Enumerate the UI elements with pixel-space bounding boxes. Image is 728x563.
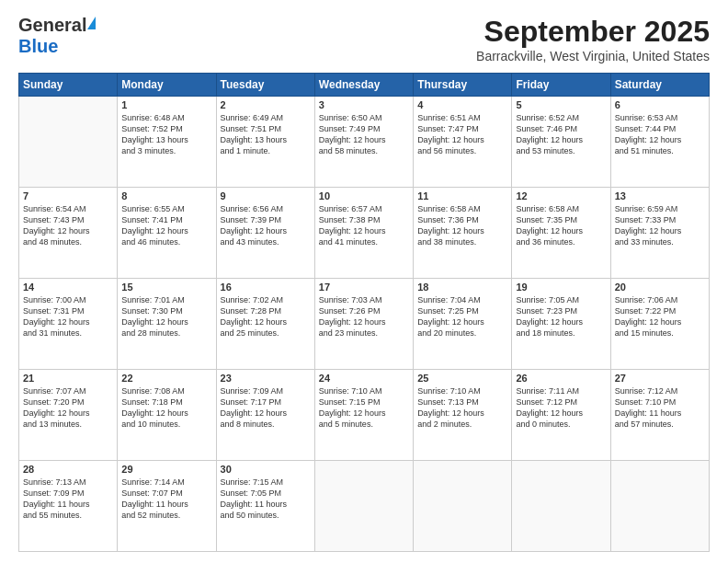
calendar-cell <box>414 461 512 552</box>
day-number: 11 <box>417 190 507 201</box>
calendar-cell: 27Sunrise: 7:12 AM Sunset: 7:10 PM Dayli… <box>610 370 709 461</box>
day-number: 1 <box>121 99 211 110</box>
day-number: 24 <box>319 373 409 384</box>
day-info: Sunrise: 7:00 AM Sunset: 7:31 PM Dayligh… <box>23 294 113 339</box>
day-number: 28 <box>23 464 113 475</box>
calendar-cell: 23Sunrise: 7:09 AM Sunset: 7:17 PM Dayli… <box>216 370 314 461</box>
day-info: Sunrise: 7:04 AM Sunset: 7:25 PM Dayligh… <box>417 294 507 339</box>
calendar-cell: 25Sunrise: 7:10 AM Sunset: 7:13 PM Dayli… <box>414 370 512 461</box>
day-info: Sunrise: 7:07 AM Sunset: 7:20 PM Dayligh… <box>23 385 113 431</box>
weekday-header-monday: Monday <box>118 74 216 97</box>
day-number: 5 <box>516 99 606 110</box>
calendar-cell: 26Sunrise: 7:11 AM Sunset: 7:12 PM Dayli… <box>512 370 610 461</box>
day-number: 22 <box>121 373 211 384</box>
day-number: 18 <box>417 282 507 293</box>
month-title: September 2025 <box>476 15 710 49</box>
calendar-cell: 3Sunrise: 6:50 AM Sunset: 7:49 PM Daylig… <box>314 97 413 188</box>
day-info: Sunrise: 6:58 AM Sunset: 7:35 PM Dayligh… <box>516 203 606 248</box>
calendar-cell <box>314 461 413 552</box>
day-number: 21 <box>23 373 113 384</box>
day-number: 13 <box>615 190 705 201</box>
day-info: Sunrise: 6:48 AM Sunset: 7:52 PM Dayligh… <box>121 112 211 157</box>
day-number: 10 <box>319 190 409 201</box>
day-info: Sunrise: 7:11 AM Sunset: 7:12 PM Dayligh… <box>516 385 606 431</box>
day-info: Sunrise: 7:15 AM Sunset: 7:05 PM Dayligh… <box>221 477 311 522</box>
day-info: Sunrise: 7:09 AM Sunset: 7:17 PM Dayligh… <box>221 385 311 431</box>
day-info: Sunrise: 6:59 AM Sunset: 7:33 PM Dayligh… <box>615 203 705 248</box>
day-info: Sunrise: 7:08 AM Sunset: 7:18 PM Dayligh… <box>121 385 211 431</box>
calendar-cell <box>512 461 610 552</box>
day-number: 2 <box>221 99 311 110</box>
calendar-cell: 16Sunrise: 7:02 AM Sunset: 7:28 PM Dayli… <box>216 279 314 370</box>
calendar-cell: 21Sunrise: 7:07 AM Sunset: 7:20 PM Dayli… <box>19 370 118 461</box>
day-number: 4 <box>417 99 507 110</box>
day-info: Sunrise: 7:10 AM Sunset: 7:13 PM Dayligh… <box>417 385 507 431</box>
day-info: Sunrise: 7:01 AM Sunset: 7:30 PM Dayligh… <box>121 294 211 339</box>
calendar-cell <box>610 461 709 552</box>
calendar-cell: 8Sunrise: 6:55 AM Sunset: 7:41 PM Daylig… <box>118 188 216 279</box>
calendar-cell: 4Sunrise: 6:51 AM Sunset: 7:47 PM Daylig… <box>414 97 512 188</box>
day-number: 9 <box>221 190 311 201</box>
calendar-cell: 30Sunrise: 7:15 AM Sunset: 7:05 PM Dayli… <box>216 461 314 552</box>
weekday-header-friday: Friday <box>512 74 610 97</box>
calendar-cell: 28Sunrise: 7:13 AM Sunset: 7:09 PM Dayli… <box>19 461 118 552</box>
weekday-header-saturday: Saturday <box>610 74 709 97</box>
calendar-cell: 24Sunrise: 7:10 AM Sunset: 7:15 PM Dayli… <box>314 370 413 461</box>
day-info: Sunrise: 7:12 AM Sunset: 7:10 PM Dayligh… <box>615 385 705 431</box>
calendar-cell: 18Sunrise: 7:04 AM Sunset: 7:25 PM Dayli… <box>414 279 512 370</box>
day-number: 26 <box>516 373 606 384</box>
day-info: Sunrise: 6:51 AM Sunset: 7:47 PM Dayligh… <box>417 112 507 157</box>
calendar-cell: 11Sunrise: 6:58 AM Sunset: 7:36 PM Dayli… <box>414 188 512 279</box>
day-number: 23 <box>221 373 311 384</box>
weekday-header-thursday: Thursday <box>414 74 512 97</box>
day-info: Sunrise: 7:13 AM Sunset: 7:09 PM Dayligh… <box>23 477 113 522</box>
day-number: 20 <box>615 282 705 293</box>
calendar-cell: 10Sunrise: 6:57 AM Sunset: 7:38 PM Dayli… <box>314 188 413 279</box>
calendar-cell: 6Sunrise: 6:53 AM Sunset: 7:44 PM Daylig… <box>610 97 709 188</box>
header: General Blue September 2025 Barrackville… <box>18 15 710 63</box>
day-info: Sunrise: 7:05 AM Sunset: 7:23 PM Dayligh… <box>516 294 606 339</box>
day-number: 6 <box>615 99 705 110</box>
calendar-cell <box>19 97 118 188</box>
day-info: Sunrise: 6:58 AM Sunset: 7:36 PM Dayligh… <box>417 203 507 248</box>
day-info: Sunrise: 7:03 AM Sunset: 7:26 PM Dayligh… <box>319 294 409 339</box>
day-number: 8 <box>121 190 211 201</box>
calendar-cell: 13Sunrise: 6:59 AM Sunset: 7:33 PM Dayli… <box>610 188 709 279</box>
calendar-cell: 15Sunrise: 7:01 AM Sunset: 7:30 PM Dayli… <box>118 279 216 370</box>
logo-general-text: General <box>18 15 86 36</box>
day-number: 12 <box>516 190 606 201</box>
logo-triangle-icon <box>87 17 96 29</box>
location: Barrackville, West Virginia, United Stat… <box>476 49 710 63</box>
day-number: 17 <box>319 282 409 293</box>
day-number: 16 <box>221 282 311 293</box>
calendar-cell: 14Sunrise: 7:00 AM Sunset: 7:31 PM Dayli… <box>19 279 118 370</box>
calendar-cell: 17Sunrise: 7:03 AM Sunset: 7:26 PM Dayli… <box>314 279 413 370</box>
calendar-cell: 5Sunrise: 6:52 AM Sunset: 7:46 PM Daylig… <box>512 97 610 188</box>
day-info: Sunrise: 7:10 AM Sunset: 7:15 PM Dayligh… <box>319 385 409 431</box>
day-info: Sunrise: 7:14 AM Sunset: 7:07 PM Dayligh… <box>121 477 211 522</box>
calendar-cell: 12Sunrise: 6:58 AM Sunset: 7:35 PM Dayli… <box>512 188 610 279</box>
calendar-cell: 9Sunrise: 6:56 AM Sunset: 7:39 PM Daylig… <box>216 188 314 279</box>
day-number: 30 <box>221 464 311 475</box>
calendar-cell: 1Sunrise: 6:48 AM Sunset: 7:52 PM Daylig… <box>118 97 216 188</box>
day-number: 29 <box>121 464 211 475</box>
calendar-cell: 2Sunrise: 6:49 AM Sunset: 7:51 PM Daylig… <box>216 97 314 188</box>
title-block: September 2025 Barrackville, West Virgin… <box>476 15 710 63</box>
day-number: 15 <box>121 282 211 293</box>
weekday-header-wednesday: Wednesday <box>314 74 413 97</box>
logo-blue-text: Blue <box>18 36 58 57</box>
weekday-header-tuesday: Tuesday <box>216 74 314 97</box>
calendar-cell: 22Sunrise: 7:08 AM Sunset: 7:18 PM Dayli… <box>118 370 216 461</box>
day-info: Sunrise: 6:55 AM Sunset: 7:41 PM Dayligh… <box>121 203 211 248</box>
calendar-table: SundayMondayTuesdayWednesdayThursdayFrid… <box>18 73 710 552</box>
calendar-cell: 29Sunrise: 7:14 AM Sunset: 7:07 PM Dayli… <box>118 461 216 552</box>
weekday-header-sunday: Sunday <box>19 74 118 97</box>
day-number: 7 <box>23 190 113 201</box>
logo: General Blue <box>18 15 96 57</box>
day-number: 19 <box>516 282 606 293</box>
day-info: Sunrise: 6:52 AM Sunset: 7:46 PM Dayligh… <box>516 112 606 157</box>
calendar-cell: 20Sunrise: 7:06 AM Sunset: 7:22 PM Dayli… <box>610 279 709 370</box>
day-info: Sunrise: 6:53 AM Sunset: 7:44 PM Dayligh… <box>615 112 705 157</box>
day-number: 14 <box>23 282 113 293</box>
day-info: Sunrise: 6:56 AM Sunset: 7:39 PM Dayligh… <box>221 203 311 248</box>
